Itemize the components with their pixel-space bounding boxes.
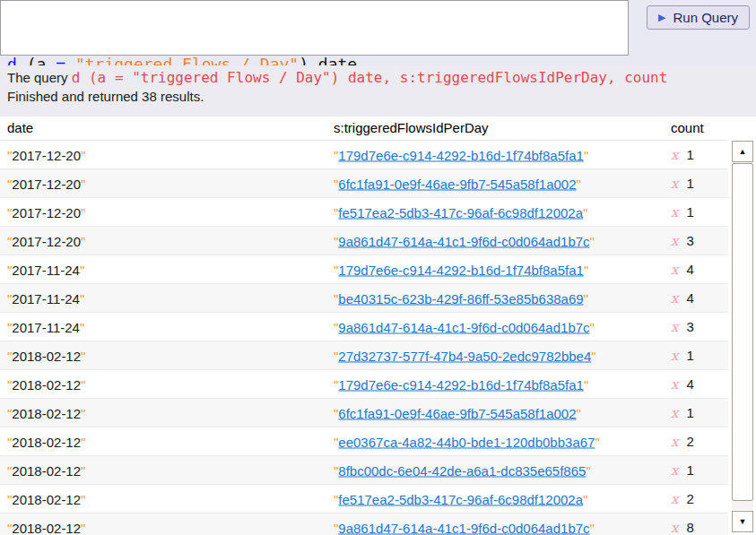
flow-id-link[interactable]: 179d7e6e-c914-4292-b16d-1f74bf8a5fa1 (338, 262, 584, 277)
count-cell: x1 (671, 147, 694, 163)
flow-id-cell: "be40315c-623b-429f-86ff-53e85b638a69" (334, 290, 588, 306)
flow-id-cell: "6fc1fa91-0e9f-46ae-9fb7-545a58f1a002" (334, 405, 581, 420)
numeric-type-icon: x (671, 262, 678, 278)
count-value: 2 (686, 491, 693, 506)
date-value: 2017-11-24 (12, 290, 80, 306)
table-row: "2017-12-20""179d7e6e-c914-4292-b16d-1f7… (0, 141, 728, 169)
quote-mark: " (591, 348, 595, 363)
quote-mark: " (80, 262, 84, 277)
count-cell: x4 (671, 262, 694, 278)
scrollbar-track[interactable] (732, 163, 753, 510)
status-result-line: Finished and returned 38 results. (7, 89, 756, 104)
flow-id-cell: "179d7e6e-c914-4292-b16d-1f74bf8a5fa1" (334, 147, 588, 162)
quote-mark: " (577, 405, 581, 420)
column-header-count: count (671, 120, 704, 135)
numeric-type-icon: x (671, 405, 678, 421)
flow-id-link[interactable]: 6fc1fa91-0e9f-46ae-9fb7-545a58f1a002 (338, 176, 576, 191)
count-value: 2 (686, 434, 693, 449)
scrollbar[interactable]: ▲ ▼ (732, 141, 753, 532)
flow-id-link[interactable]: 8fbc00dc-6e04-42de-a6a1-dc835e65f865 (338, 462, 586, 478)
run-query-button[interactable]: ▶ Run Query (647, 5, 750, 30)
quote-mark: " (81, 434, 85, 449)
quote-mark: " (584, 376, 588, 392)
quote-mark: " (81, 233, 85, 248)
date-cell: "2017-12-20" (7, 176, 85, 191)
flow-id-link[interactable]: fe517ea2-5db3-417c-96af-6c98df12002a (338, 491, 583, 506)
flow-id-link[interactable]: 6fc1fa91-0e9f-46ae-9fb7-545a58f1a002 (338, 405, 576, 420)
date-cell: "2017-11-24" (7, 262, 84, 277)
quote-mark: " (583, 491, 587, 506)
date-cell: "2018-02-12" (7, 348, 85, 363)
flow-id-cell: "fe517ea2-5db3-417c-96af-6c98df12002a" (334, 204, 587, 220)
flow-id-cell: "179d7e6e-c914-4292-b16d-1f74bf8a5fa1" (334, 262, 588, 277)
play-icon: ▶ (658, 13, 665, 22)
status-prefix: The query (7, 70, 72, 85)
date-cell: "2017-11-24" (7, 319, 84, 334)
table-row: "2017-11-24""9a861d47-614a-41c1-9f6d-c0d… (0, 313, 728, 341)
count-cell: x2 (671, 434, 694, 450)
flow-id-link[interactable]: 179d7e6e-c914-4292-b16d-1f74bf8a5fa1 (338, 376, 584, 392)
count-value: 4 (686, 290, 693, 306)
count-value: 1 (686, 348, 693, 363)
quote-mark: " (81, 405, 85, 420)
flow-id-link[interactable]: 179d7e6e-c914-4292-b16d-1f74bf8a5fa1 (338, 147, 584, 162)
count-cell: x3 (671, 233, 694, 249)
quote-mark: " (81, 348, 85, 363)
numeric-type-icon: x (671, 520, 678, 535)
table-row: "2018-02-12""fe517ea2-5db3-417c-96af-6c9… (0, 485, 728, 513)
status-panel: The query d (a = "triggered Flows / Day"… (0, 65, 756, 115)
numeric-type-icon: x (671, 348, 678, 364)
flow-id-cell: "ee0367ca-4a82-44b0-bde1-120db0bb3a67" (334, 434, 600, 449)
flow-id-link[interactable]: fe517ea2-5db3-417c-96af-6c98df12002a (338, 204, 583, 220)
date-cell: "2018-02-12" (7, 405, 85, 420)
table-header-row: date s:triggeredFlowsIdPerDay count (0, 116, 756, 141)
count-value: 8 (686, 520, 693, 535)
quote-mark: " (590, 520, 595, 535)
count-value: 1 (686, 147, 693, 162)
date-cell: "2018-02-12" (7, 376, 85, 392)
quote-mark: " (583, 204, 587, 220)
scrollbar-thumb[interactable] (732, 163, 753, 501)
quote-mark: " (81, 520, 85, 535)
numeric-type-icon: x (671, 376, 678, 393)
count-cell: x8 (671, 520, 694, 535)
flow-id-link[interactable]: be40315c-623b-429f-86ff-53e85b638a69 (338, 290, 583, 306)
date-value: 2017-12-20 (12, 233, 81, 248)
scroll-down-button[interactable]: ▼ (732, 511, 753, 532)
flow-id-cell: "6fc1fa91-0e9f-46ae-9fb7-545a58f1a002" (334, 176, 581, 191)
flow-id-link[interactable]: 9a861d47-614a-41c1-9f6d-c0d064ad1b7c (338, 233, 589, 248)
date-value: 2018-02-12 (12, 376, 81, 392)
quote-mark: " (81, 491, 85, 506)
table-row: "2017-12-20""6fc1fa91-0e9f-46ae-9fb7-545… (0, 169, 728, 198)
quote-mark: " (81, 204, 85, 220)
numeric-type-icon: x (671, 147, 678, 163)
numeric-type-icon: x (671, 434, 678, 450)
quote-mark: " (590, 233, 595, 248)
flow-id-link[interactable]: 27d32737-577f-47b4-9a50-2edc9782bbe4 (338, 348, 591, 363)
query-editor[interactable]: d (a = "triggered Flows / Day") date, s:… (0, 0, 629, 56)
flow-id-link[interactable]: ee0367ca-4a82-44b0-bde1-120db0bb3a67 (338, 434, 595, 449)
numeric-type-icon: x (671, 233, 678, 249)
date-cell: "2018-02-12" (7, 462, 85, 478)
date-value: 2018-02-12 (12, 405, 81, 420)
flow-id-cell: "fe517ea2-5db3-417c-96af-6c98df12002a" (334, 491, 587, 506)
flow-id-cell: "27d32737-577f-47b4-9a50-2edc9782bbe4" (334, 348, 596, 363)
date-value: 2018-02-12 (12, 434, 81, 449)
table-row: "2018-02-12""9a861d47-614a-41c1-9f6d-c0d… (0, 513, 728, 535)
count-cell: x1 (671, 176, 694, 192)
date-cell: "2017-12-20" (7, 233, 85, 248)
quote-mark: " (586, 462, 590, 478)
query-echo: d (a = "triggered Flows / Day") date, s:… (72, 69, 668, 86)
count-cell: x1 (671, 405, 694, 421)
date-cell: "2017-12-20" (7, 204, 85, 220)
numeric-type-icon: x (671, 204, 678, 220)
date-value: 2018-02-12 (12, 348, 81, 363)
date-cell: "2018-02-12" (7, 434, 85, 449)
flow-id-link[interactable]: 9a861d47-614a-41c1-9f6d-c0d064ad1b7c (338, 319, 589, 334)
scroll-up-button[interactable]: ▲ (732, 141, 753, 162)
quote-mark: " (81, 176, 85, 191)
count-value: 3 (686, 319, 693, 334)
flow-id-link[interactable]: 9a861d47-614a-41c1-9f6d-c0d064ad1b7c (338, 520, 589, 535)
quote-mark: " (81, 376, 85, 392)
table-row: "2018-02-12""6fc1fa91-0e9f-46ae-9fb7-545… (0, 399, 728, 427)
